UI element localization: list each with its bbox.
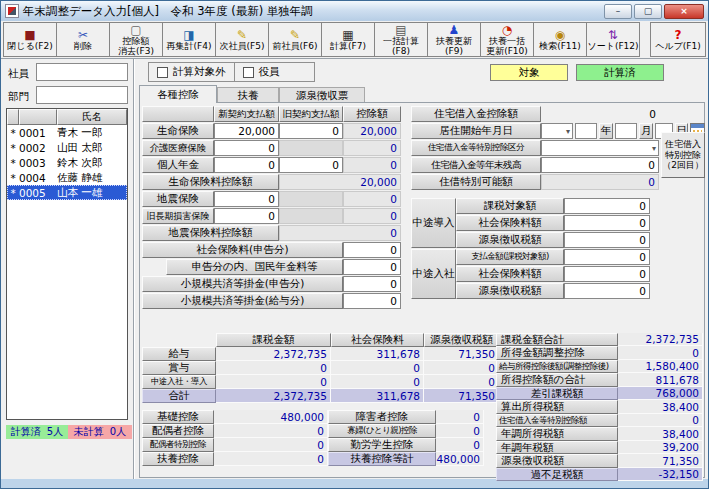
era-combobox[interactable]: ▾ (541, 123, 573, 139)
toolbar-button-label: 控除額 消去(F3) (118, 37, 154, 57)
housing-loan-category-combobox[interactable]: ▾ (541, 140, 659, 156)
dept-code-input[interactable] (36, 86, 128, 104)
dependents-deduction-amount: 0 (214, 452, 328, 466)
employee-name: 鈴木 次郎 (57, 156, 127, 170)
dependents-update-button[interactable]: ♟扶養更新(F9) (427, 22, 481, 57)
salary-withheld: 71,350 (424, 347, 499, 361)
disability-deduction-label: 障害者控除 (328, 410, 436, 424)
toolbar-button-label: 扶養更新(F9) (428, 37, 480, 57)
prev-employee-button[interactable]: ✎前社員(F6) (268, 22, 322, 57)
exclude-checkbox-cell[interactable]: 計算対象外 (149, 63, 234, 81)
midway-taxable: 0 (216, 375, 331, 389)
month-input[interactable] (615, 123, 637, 139)
search-button[interactable]: ◉検索(F11) (533, 22, 587, 57)
employee-code: 0002 (19, 142, 57, 154)
life-old-amount[interactable]: 0 (279, 123, 343, 139)
midway-intro-withheld-amount[interactable]: 0 (564, 232, 650, 248)
old-damage-disabled-cell (279, 208, 343, 224)
minimize-button[interactable]: – (604, 4, 632, 19)
tab-withholding-slip[interactable]: 源泉徴収票 (279, 87, 365, 103)
exclude-checkbox[interactable] (157, 67, 168, 78)
life-new-amount[interactable]: 20,000 (214, 123, 279, 139)
dependents-batch-update-button[interactable]: ◔扶養一括 更新(F10) (480, 22, 534, 57)
delete-button[interactable]: ✂削除 (56, 22, 110, 57)
tab-various-deductions[interactable]: 各種控除 (139, 85, 217, 103)
quake-amount[interactable]: 0 (214, 191, 279, 207)
app-icon (5, 4, 19, 18)
midway-join-withheld-label: 源泉徴収税額 (456, 283, 564, 299)
employee-row[interactable]: *0004佐藤 静雄 (7, 170, 127, 185)
withheld-total-label: 源泉徴収税額 (496, 454, 618, 468)
close-window-button[interactable]: ■閉じる(F2) (3, 22, 57, 57)
pension-old-amount[interactable]: 0 (279, 157, 343, 173)
spouse-deduction-amount: 0 (214, 424, 328, 438)
close-button[interactable]: × (664, 4, 704, 19)
toolbar-button-label: 扶養一括 更新(F10) (486, 37, 528, 57)
officer-checkbox[interactable] (243, 67, 254, 78)
calc-button[interactable]: ▦計算(F7) (321, 22, 375, 57)
working-student-deduction-amount: 0 (436, 438, 484, 452)
pension-deduction-amount: 0 (343, 157, 401, 173)
housing-loan-second-button[interactable]: 住宅借入 特別控除 （2回目） (661, 132, 705, 178)
calc-mark: * (7, 157, 19, 169)
housing-loan-category-label: 住宅借入金等特別控除区分 (411, 140, 541, 156)
national-pension-amount[interactable]: 0 (343, 259, 401, 275)
help-button[interactable]: ?ヘルプ(F1) (650, 22, 706, 57)
midway-social: 0 (331, 375, 424, 389)
mutual-aid-declared-amount[interactable]: 0 (343, 276, 401, 292)
month-unit-label: 月 (639, 123, 653, 139)
employee-row-selected[interactable]: *0005山本 一雄 (7, 185, 127, 200)
midway-join-social-amount[interactable]: 0 (564, 266, 650, 282)
employee-row[interactable]: *0003鈴木 次郎 (7, 155, 127, 170)
batch-calc-button[interactable]: ▤一括計算(F8) (374, 22, 428, 57)
toolbar-button-label: 削除 (74, 42, 92, 52)
midway-join-withheld-amount[interactable]: 0 (564, 283, 650, 299)
midway-join-payment-amount[interactable]: 0 (564, 249, 650, 265)
quake-disabled-cell (279, 191, 343, 207)
midway-withheld: 0 (424, 375, 499, 389)
calc-mark: * (7, 187, 19, 199)
officer-checkbox-cell[interactable]: 役員 (234, 63, 288, 81)
midway-intro-taxable-amount[interactable]: 0 (564, 198, 650, 214)
year-input[interactable] (575, 123, 597, 139)
total-taxable: 2,372,735 (216, 389, 331, 403)
tab-dependents[interactable]: 扶養 (217, 87, 279, 103)
bonus-row-label: 賞与 (142, 361, 216, 375)
midway-join-group-label: 中途入社 (411, 249, 456, 299)
recalc-button[interactable]: ◨再集計(F4) (162, 22, 216, 57)
clear-deduction-button[interactable]: ▢控除額 消去(F3) (109, 22, 163, 57)
spouse-special-deduction-amount: 0 (214, 438, 328, 452)
employee-row[interactable]: *0001青木 一郎 (7, 125, 127, 140)
net-taxable-label: 差引課税額 (496, 387, 618, 400)
pension-new-amount[interactable]: 0 (214, 157, 279, 173)
income-adjustment-amount: 0 (618, 346, 703, 360)
employee-row[interactable]: *0002山田 太郎 (7, 140, 127, 155)
employee-code-input[interactable] (36, 63, 128, 81)
calculated-income-tax-amount: 38,400 (618, 400, 703, 414)
deductions-tab-page: 新契約支払額 旧契約支払額 控除額 生命保険 20,000 0 20,000 介… (139, 102, 705, 478)
code-column-header (19, 109, 57, 125)
midway-intro-social-amount[interactable]: 0 (564, 215, 650, 231)
next-employee-button[interactable]: ✎次社員(F5) (215, 22, 269, 57)
total-withheld: 71,350 (424, 389, 499, 403)
housing-loan-balance-amount[interactable]: 0 (541, 157, 659, 173)
sort-icon: ⇅ (608, 28, 618, 42)
residence-start-date-label: 居住開始年月日 (411, 123, 541, 139)
calc-mark: * (7, 142, 19, 154)
salary-taxable: 2,372,735 (216, 347, 331, 361)
basic-deduction-label: 基礎控除 (142, 410, 214, 424)
maximize-button[interactable]: ▢ (634, 4, 662, 19)
mutual-aid-salary-amount[interactable]: 0 (343, 293, 401, 309)
disability-deduction-amount: 0 (436, 410, 484, 424)
social-insurance-amount[interactable]: 0 (343, 242, 401, 258)
sort-button[interactable]: ⇅ソート(F12) (586, 22, 640, 57)
withheld-total-amount: 71,350 (618, 454, 703, 468)
care-new-amount[interactable]: 0 (214, 140, 279, 156)
search-icon: ◉ (555, 28, 565, 42)
after-salary-deduction-amount: 1,580,400 (618, 360, 703, 373)
toolbar-button-label: 一括計算(F8) (375, 37, 427, 57)
insurance-blank-header (142, 106, 214, 122)
dependents-deduction-label: 扶養控除 (142, 452, 214, 466)
old-damage-amount[interactable]: 0 (214, 208, 279, 224)
toolbar-button-label: 再集計(F4) (167, 42, 212, 52)
